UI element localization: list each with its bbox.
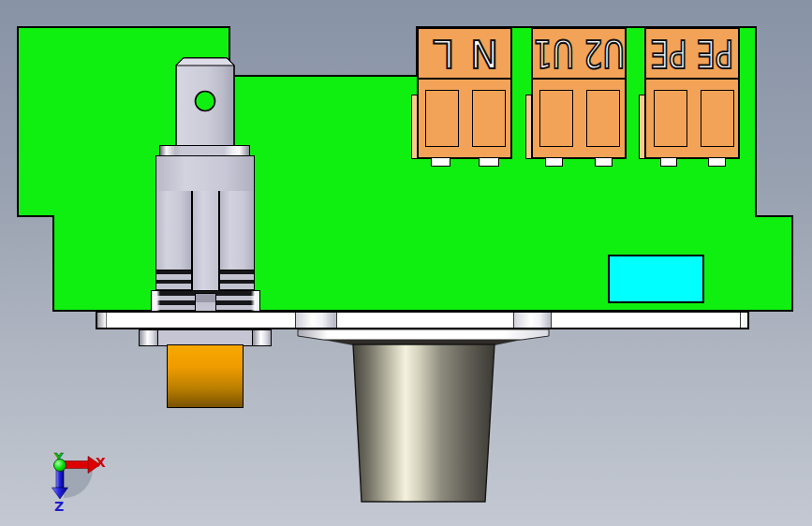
triad-shadow: [64, 469, 93, 498]
axis-x-arrow: [65, 461, 88, 469]
cad-viewport[interactable]: N L U2 U1 PE PE: [0, 0, 812, 526]
axis-x-label: X: [96, 455, 106, 470]
orientation-triad: Y X Z: [0, 0, 812, 526]
axis-z-label: Z: [54, 499, 64, 514]
origin-sphere: [54, 460, 66, 472]
